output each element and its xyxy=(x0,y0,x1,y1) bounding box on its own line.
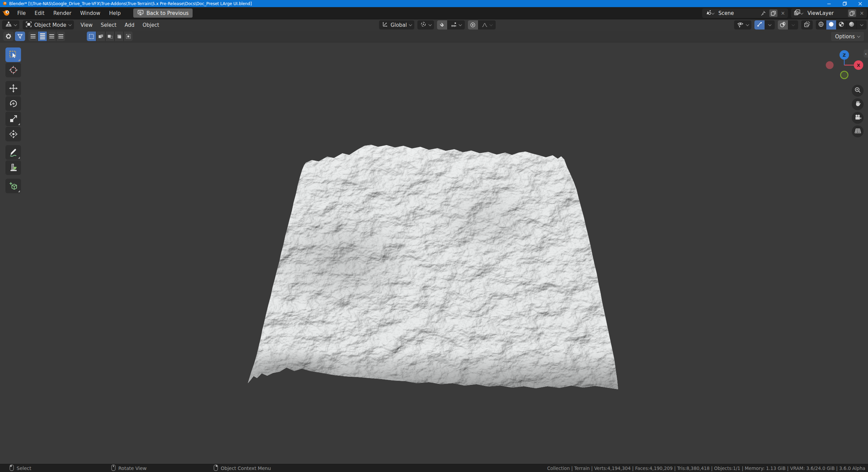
select-mode-invert[interactable] xyxy=(114,32,123,41)
snap-with-dropdown[interactable] xyxy=(447,20,465,29)
shading-solid-button[interactable] xyxy=(826,20,836,29)
density-option-4[interactable] xyxy=(56,32,65,41)
pan-view-button[interactable] xyxy=(852,98,864,110)
shading-material-button[interactable] xyxy=(836,20,846,29)
wireframe-sphere-icon xyxy=(818,21,824,29)
sidebar-collapse-arrow[interactable]: ‹ xyxy=(864,50,868,58)
menu-render[interactable]: Render xyxy=(49,8,76,18)
pivot-point-dropdown[interactable] xyxy=(417,20,434,29)
filter-funnel-button[interactable] xyxy=(15,32,25,41)
tool-transform[interactable] xyxy=(5,127,21,141)
select-mode-subtract[interactable] xyxy=(105,32,114,41)
tool-add-cube[interactable] xyxy=(5,179,21,193)
xray-icon xyxy=(804,21,810,29)
menu-select[interactable]: Select xyxy=(97,20,120,29)
tool-3d-cursor[interactable] xyxy=(5,63,21,77)
gizmo-z-label[interactable]: Z xyxy=(843,53,846,58)
scene-icon xyxy=(705,9,712,17)
show-gizmo-toggle[interactable] xyxy=(754,20,765,29)
menu-object[interactable]: Object xyxy=(138,20,163,29)
unlink-scene-icon[interactable]: × xyxy=(780,10,787,16)
camera-icon xyxy=(854,114,862,122)
shading-dropdown[interactable] xyxy=(856,20,867,29)
tool-select-box[interactable] xyxy=(5,47,21,62)
density-option-3[interactable] xyxy=(47,32,56,41)
camera-view-button[interactable] xyxy=(852,112,864,124)
terrain-mesh-object[interactable] xyxy=(234,134,627,402)
mode-selector-dropdown[interactable]: Object Mode xyxy=(23,20,74,29)
toggle-xray-button[interactable] xyxy=(801,20,813,29)
status-bar: Select Rotate View Object Context Menu C… xyxy=(0,464,868,472)
pivot-point-icon xyxy=(420,21,427,29)
menu-help[interactable]: Help xyxy=(105,8,125,18)
view-layer-name[interactable]: ViewLayer xyxy=(806,10,846,16)
proportional-falloff-dropdown[interactable] xyxy=(478,20,496,29)
keymap-hint-select: Select xyxy=(9,464,31,472)
scene-name[interactable]: Scene xyxy=(717,10,757,16)
zoom-view-button[interactable] xyxy=(852,85,864,97)
density-option-2[interactable] xyxy=(38,32,47,41)
snapping-controls xyxy=(437,20,465,29)
toggle-ortho-grid-button[interactable] xyxy=(852,125,864,137)
select-mode-intersect[interactable] xyxy=(123,32,133,41)
select-mode-extend[interactable] xyxy=(96,32,105,41)
menu-file[interactable]: File xyxy=(13,8,30,18)
overlays-dropdown[interactable] xyxy=(788,20,798,29)
transform-orientation-dropdown[interactable]: Global xyxy=(379,20,414,29)
select-mode-set[interactable] xyxy=(87,32,96,41)
object-type-visibility-dropdown[interactable] xyxy=(734,20,751,29)
tool-move[interactable] xyxy=(5,81,21,96)
window-title: Blender* [\\True-NAS\Google_Drive_True-V… xyxy=(9,1,252,6)
overlay-controls xyxy=(778,20,798,29)
solid-sphere-icon xyxy=(828,21,834,29)
overlays-icon xyxy=(780,21,786,29)
hand-icon xyxy=(854,100,861,109)
window-titlebar[interactable]: Blender* [\\True-NAS\Google_Drive_True-V… xyxy=(0,0,868,7)
back-to-previous-button[interactable]: Back to Previous xyxy=(133,8,193,18)
gizmo-arrow-icon xyxy=(756,21,763,29)
gizmo-x-label[interactable]: X xyxy=(857,63,860,68)
proportional-edit-icon[interactable] xyxy=(468,20,478,29)
remove-view-layer-icon[interactable]: × xyxy=(858,10,865,16)
mouse-middle-icon xyxy=(111,465,116,472)
snap-toggle-magnet-icon[interactable] xyxy=(437,20,447,29)
minimize-button[interactable] xyxy=(821,0,837,7)
menu-add[interactable]: Add xyxy=(120,20,138,29)
shading-rendered-button[interactable] xyxy=(846,20,856,29)
tool-settings-gear-icon[interactable] xyxy=(3,32,14,41)
scene-browse-dropdown[interactable] xyxy=(704,9,715,17)
view-layer-browse-dropdown[interactable] xyxy=(793,9,804,17)
density-option-1[interactable] xyxy=(28,32,38,41)
tool-options-dropdown[interactable]: Options xyxy=(831,32,864,41)
viewport-3d[interactable]: Z X ‹ xyxy=(0,43,868,464)
menu-view[interactable]: View xyxy=(77,20,97,29)
shading-wireframe-button[interactable] xyxy=(816,20,826,29)
gizmo-dropdown[interactable] xyxy=(765,20,775,29)
blender-logo-icon[interactable] xyxy=(2,9,10,18)
navigation-gizmo[interactable]: Z X xyxy=(823,49,867,82)
menu-edit[interactable]: Edit xyxy=(30,8,49,18)
viewport-header: Object Mode View Select Add Object Globa… xyxy=(0,19,868,31)
tool-annotate[interactable] xyxy=(5,145,21,160)
pin-icon[interactable] xyxy=(759,9,767,17)
scene-selector: Scene × xyxy=(702,8,788,18)
tool-measure[interactable] xyxy=(5,160,21,175)
viewport-toolbar xyxy=(5,47,21,194)
mouse-right-icon xyxy=(214,465,218,472)
view-layer-selector: ViewLayer × xyxy=(791,8,867,18)
display-density-buttons xyxy=(28,32,65,41)
gizmo-controls xyxy=(754,20,775,29)
editor-type-dropdown[interactable] xyxy=(2,20,19,29)
close-button[interactable] xyxy=(852,0,868,7)
visibility-eye-icon xyxy=(737,21,744,29)
tool-scale[interactable] xyxy=(5,112,21,126)
view-controls xyxy=(852,85,864,137)
tool-rotate[interactable] xyxy=(5,96,21,111)
show-overlays-toggle[interactable] xyxy=(778,20,788,29)
new-view-layer-icon[interactable] xyxy=(848,9,856,17)
menu-window[interactable]: Window xyxy=(76,8,105,18)
select-mode-buttons xyxy=(87,32,133,41)
restore-button[interactable] xyxy=(837,0,852,7)
proportional-edit-controls xyxy=(468,20,496,29)
new-scene-icon[interactable] xyxy=(769,9,777,17)
